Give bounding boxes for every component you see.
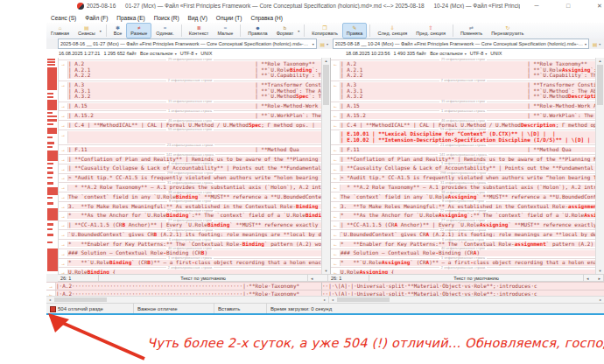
scroll-right-icon[interactable]: ▸ [598,276,600,281]
copy-to-left-arrow-icon[interactable]: ← [333,261,338,266]
copy-to-left-arrow-icon[interactable]: ← [333,204,338,209]
close-button[interactable]: ✕ [586,0,604,12]
toolbar-button-главная[interactable]: ⌂Главная [46,23,74,38]
menu-item-сеанс-s[interactable]: Сеанс (S) [46,15,81,21]
copy-to-left-arrow-icon[interactable]: ← [333,185,338,190]
copy-to-left-arrow-icon[interactable]: ← [333,222,338,228]
copy-to-right-arrow-icon[interactable]: → [60,166,66,172]
copy-to-left-arrow-icon[interactable]: ← [333,147,338,152]
copy-to-left-arrow-icon[interactable]: ← [333,242,338,247]
menu-item-вид-v[interactable]: Вид (V) [184,15,212,21]
copy-to-left-arrow-icon[interactable]: ← [333,251,338,256]
copy-to-left-arrow-icon[interactable]: ← [333,113,338,118]
toolbar-button-копировать[interactable]: ❐Копировать [307,23,342,38]
copy-to-right-arrow-icon[interactable]: → [60,113,66,118]
diff-row[interactable]: ←| A.3 | **Transformer Constitut [331,82,595,88]
toolbar-button-правка[interactable]: ✎Правка [342,23,368,38]
toolbar-button-правила[interactable]: ☻Правила [243,23,271,38]
left-file-encoding-dropdown[interactable]: UTF-8 [180,51,194,56]
copy-to-right-arrow-icon[interactable]: → [60,147,66,152]
copy-to-left-arrow-icon[interactable]: ← [333,103,338,108]
copy-to-right-arrow-icon[interactable]: → [60,194,66,200]
scrollbar-thumb[interactable] [323,65,329,105]
left-syntax-dropdown[interactable]: Текст по умолчанию [99,274,308,282]
copy-to-right-arrow-icon[interactable]: → [60,175,66,180]
left-compare-pane[interactable]: 25 отфильтрованных строк→| A.2 | **Role … [59,58,321,274]
left-file-path-combo[interactable]: 2025-08-16 __ 01-27 (Мсх) — Файл «First … [58,38,317,49]
menu-item-файл-f[interactable]: Файл (F) [81,15,112,21]
copy-to-left-arrow-icon[interactable]: ← [333,175,338,180]
scroll-left-icon[interactable]: ◂ [311,276,313,281]
toolbar-button-формат[interactable]: bФормат▾ [272,23,302,38]
copy-to-right-arrow-icon[interactable]: → [60,242,66,247]
left-file-filter-dropdown[interactable]: Все остальное [140,51,173,56]
copy-to-left-arrow-icon[interactable]: ← [333,157,338,162]
toolbar-button-все[interactable]: ✱Все [109,23,126,38]
right-scroll-arrows[interactable]: ◂ ▸ [584,274,604,282]
diff-row[interactable]: | A.3.1 | **`U.Method`: The Abstr [59,88,321,94]
copy-to-right-arrow-icon[interactable]: → [60,185,66,190]
copy-to-right-arrow-icon[interactable]: → [60,157,66,162]
copy-to-right-arrow-icon[interactable]: → [60,204,66,209]
left-vertical-scrollbar[interactable]: ▲ ▼ [321,58,330,274]
copy-to-right-arrow-icon[interactable]: → [60,232,66,237]
copy-to-right-arrow-icon[interactable]: → [60,122,66,128]
copy-to-right-arrow-icon[interactable]: → [60,251,66,256]
right-compare-pane[interactable]: 25 отфильтрованных строк←| A.2 | **Role … [330,58,595,274]
toolbar-button-сеансы[interactable]: ▤Сеансы▾ [74,23,103,38]
diff-row[interactable]: →| A.3 | **Transformer Constitut [59,82,321,88]
right-file-path-combo[interactable]: 2025-08-18 __ 10-24 (Мсх) — Файл «First … [333,38,589,49]
toolbar-button-разные[interactable]: ≠Разные [126,23,151,38]
menu-item-справка-h[interactable]: Справка (H) [247,15,287,21]
chevron-down-icon[interactable]: ▾ [311,42,314,46]
copy-to-right-arrow-icon[interactable]: → [60,103,66,108]
scroll-down-icon[interactable]: ▼ [322,268,330,274]
copy-to-right-arrow-icon[interactable]: → [60,214,66,219]
copy-to-left-arrow-icon[interactable]: ← [333,214,338,219]
scrollbar-thumb[interactable] [54,298,107,302]
right-file-filter-dropdown[interactable]: Все остальное [430,51,463,56]
right-vertical-scrollbar[interactable]: ▲ ▼ [595,58,604,274]
copy-to-left-arrow-icon[interactable]: ← [333,61,338,66]
scroll-left-icon[interactable]: ◂ [586,276,589,281]
maximize-button[interactable]: □ [555,0,581,12]
copy-to-right-arrow-icon[interactable]: → [60,261,66,266]
right-browse-button[interactable]: ▤ ▾ [590,39,603,48]
menu-item-поиск-r[interactable]: Поиск (R) [150,15,184,21]
copy-to-right-arrow-icon[interactable]: → [60,82,66,88]
diff-row[interactable]: | A.2.1 | **`U.RoleBinding`: The [59,67,321,74]
menu-item-опции-t[interactable]: Опции (T) [212,15,247,21]
copy-to-left-arrow-icon[interactable]: ← [333,166,338,172]
scroll-up-icon[interactable]: ▲ [596,58,604,64]
right-file-encoding-dropdown[interactable]: UTF-8 [470,51,484,56]
copy-to-left-arrow-icon[interactable]: ← [333,194,338,200]
diff-row[interactable]: → [59,131,321,137]
copy-to-left-arrow-icon[interactable]: ← [333,122,338,128]
diff-row[interactable]: | E.10.01 | **Lexical Discipline for “Co… [331,131,595,137]
right-syntax-dropdown[interactable]: Текст по умолчанию [369,274,584,282]
copy-to-left-arrow-icon[interactable]: ← [333,82,338,88]
toolbar-button-одинак[interactable]: =Одинак. [151,23,178,38]
menu-item-правка-e[interactable]: Правка (E) [112,15,149,21]
minimize-button[interactable]: ─ [523,0,550,12]
copy-to-right-arrow-icon[interactable]: → [60,132,66,137]
chevron-down-icon[interactable]: ▾ [583,42,586,46]
copy-to-left-arrow-icon[interactable]: ← [333,232,338,237]
diff-row[interactable]: | A.3.1 | **`U.Method`: The Abstr [331,88,595,94]
scrollbar-thumb[interactable] [597,65,603,105]
scroll-down-icon[interactable]: ▼ [596,268,604,274]
diff-overview-strip[interactable] [46,58,59,274]
left-scroll-arrows[interactable]: ◂ [308,274,328,282]
left-browse-button[interactable]: ▤ ▾ [318,39,331,48]
toolbar-button-поменять[interactable]: ⇄Поменять [456,23,487,38]
copy-to-right-arrow-icon[interactable]: → [60,222,66,228]
scrollbar-thumb[interactable] [337,298,390,302]
toolbar-button-след-секция[interactable]: ⇩След. секция [373,23,411,38]
toolbar-button-пред-секция[interactable]: ⇧Пред. секция [411,23,450,38]
toolbar-button-малые[interactable]: ≈Малые [213,23,237,38]
diff-row[interactable]: ←| A.2 | **Role Taxonomy** [331,61,595,67]
diff-row[interactable]: →| A.2 | **Role Taxonomy** [59,61,321,67]
toolbar-button-контекст[interactable]: ≣Контекст [185,23,214,38]
copy-to-right-arrow-icon[interactable]: → [60,61,66,66]
scroll-up-icon[interactable]: ▲ [322,58,330,64]
